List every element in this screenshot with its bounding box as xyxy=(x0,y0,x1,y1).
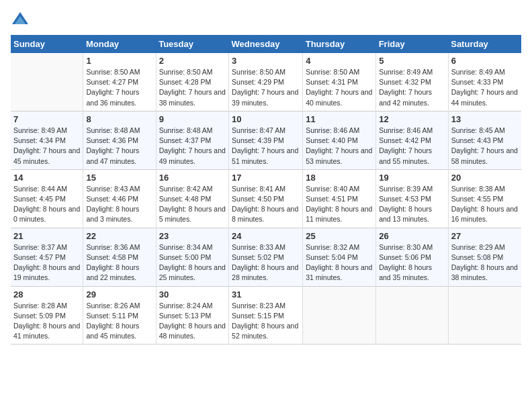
day-number: 30 xyxy=(159,289,226,300)
day-info: Sunrise: 8:24 AMSunset: 5:13 PMDaylight:… xyxy=(159,301,226,342)
calendar-cell: 8Sunrise: 8:48 AMSunset: 4:36 PMDaylight… xyxy=(83,111,156,169)
day-number: 4 xyxy=(306,56,373,66)
day-info: Sunrise: 8:23 AMSunset: 5:15 PMDaylight:… xyxy=(232,301,300,342)
day-number: 6 xyxy=(451,56,519,66)
day-number: 27 xyxy=(451,231,519,241)
calendar-cell: 10Sunrise: 8:47 AMSunset: 4:39 PMDayligh… xyxy=(229,111,303,169)
day-number: 21 xyxy=(13,231,80,241)
calendar-cell: 1Sunrise: 8:50 AMSunset: 4:27 PMDaylight… xyxy=(83,53,156,111)
day-info: Sunrise: 8:41 AMSunset: 4:50 PMDaylight:… xyxy=(232,184,300,225)
day-number: 15 xyxy=(86,173,152,183)
weekday-header-thursday: Thursday xyxy=(303,35,376,53)
calendar-week-2: 7Sunrise: 8:49 AMSunset: 4:34 PMDaylight… xyxy=(11,111,521,169)
calendar-cell: 6Sunrise: 8:49 AMSunset: 4:33 PMDaylight… xyxy=(448,53,521,111)
calendar-cell: 21Sunrise: 8:37 AMSunset: 4:57 PMDayligh… xyxy=(11,228,83,286)
calendar-cell: 14Sunrise: 8:44 AMSunset: 4:45 PMDayligh… xyxy=(11,169,83,228)
calendar-cell: 5Sunrise: 8:49 AMSunset: 4:32 PMDaylight… xyxy=(376,53,449,111)
calendar-cell: 7Sunrise: 8:49 AMSunset: 4:34 PMDaylight… xyxy=(11,111,83,169)
day-info: Sunrise: 8:46 AMSunset: 4:42 PMDaylight:… xyxy=(379,126,445,167)
day-info: Sunrise: 8:48 AMSunset: 4:37 PMDaylight:… xyxy=(159,126,226,167)
calendar-cell: 16Sunrise: 8:42 AMSunset: 4:48 PMDayligh… xyxy=(156,169,228,228)
day-number: 17 xyxy=(232,173,300,183)
day-info: Sunrise: 8:50 AMSunset: 4:29 PMDaylight:… xyxy=(232,67,300,108)
day-info: Sunrise: 8:34 AMSunset: 5:00 PMDaylight:… xyxy=(159,242,226,283)
day-info: Sunrise: 8:29 AMSunset: 5:08 PMDaylight:… xyxy=(451,242,519,283)
calendar-cell: 11Sunrise: 8:46 AMSunset: 4:40 PMDayligh… xyxy=(303,111,376,169)
day-info: Sunrise: 8:49 AMSunset: 4:33 PMDaylight:… xyxy=(451,67,519,108)
day-info: Sunrise: 8:30 AMSunset: 5:06 PMDaylight:… xyxy=(379,242,445,283)
calendar-cell: 23Sunrise: 8:34 AMSunset: 5:00 PMDayligh… xyxy=(156,228,228,286)
calendar-week-1: 1Sunrise: 8:50 AMSunset: 4:27 PMDaylight… xyxy=(11,53,521,111)
calendar-cell xyxy=(11,53,83,111)
weekday-header-row: SundayMondayTuesdayWednesdayThursdayFrid… xyxy=(11,35,521,53)
day-info: Sunrise: 8:44 AMSunset: 4:45 PMDaylight:… xyxy=(13,184,80,225)
calendar-cell: 22Sunrise: 8:36 AMSunset: 4:58 PMDayligh… xyxy=(83,228,156,286)
calendar-cell xyxy=(303,286,376,345)
weekday-header-tuesday: Tuesday xyxy=(156,35,228,53)
day-number: 1 xyxy=(86,56,152,66)
calendar-cell: 9Sunrise: 8:48 AMSunset: 4:37 PMDaylight… xyxy=(156,111,228,169)
day-number: 25 xyxy=(306,231,373,241)
day-number: 5 xyxy=(379,56,445,66)
day-number: 18 xyxy=(306,173,373,183)
day-info: Sunrise: 8:50 AMSunset: 4:28 PMDaylight:… xyxy=(159,67,226,108)
calendar-cell: 26Sunrise: 8:30 AMSunset: 5:06 PMDayligh… xyxy=(376,228,449,286)
weekday-header-friday: Friday xyxy=(376,35,449,53)
calendar-cell: 18Sunrise: 8:40 AMSunset: 4:51 PMDayligh… xyxy=(303,169,376,228)
calendar-cell: 24Sunrise: 8:33 AMSunset: 5:02 PMDayligh… xyxy=(229,228,303,286)
calendar-cell: 28Sunrise: 8:28 AMSunset: 5:09 PMDayligh… xyxy=(11,286,83,345)
calendar-cell xyxy=(376,286,449,345)
day-number: 13 xyxy=(451,114,519,124)
day-number: 3 xyxy=(232,56,300,66)
day-info: Sunrise: 8:46 AMSunset: 4:40 PMDaylight:… xyxy=(306,126,373,167)
day-info: Sunrise: 8:32 AMSunset: 5:04 PMDaylight:… xyxy=(306,242,373,283)
day-number: 2 xyxy=(159,56,226,66)
day-info: Sunrise: 8:43 AMSunset: 4:46 PMDaylight:… xyxy=(86,184,152,225)
day-number: 22 xyxy=(86,231,152,241)
day-info: Sunrise: 8:26 AMSunset: 5:11 PMDaylight:… xyxy=(86,301,152,342)
calendar-cell: 30Sunrise: 8:24 AMSunset: 5:13 PMDayligh… xyxy=(156,286,228,345)
day-info: Sunrise: 8:40 AMSunset: 4:51 PMDaylight:… xyxy=(306,184,373,225)
calendar-cell: 25Sunrise: 8:32 AMSunset: 5:04 PMDayligh… xyxy=(303,228,376,286)
day-number: 31 xyxy=(232,289,300,300)
day-info: Sunrise: 8:36 AMSunset: 4:58 PMDaylight:… xyxy=(86,242,152,283)
weekday-header-wednesday: Wednesday xyxy=(229,35,303,53)
calendar-week-3: 14Sunrise: 8:44 AMSunset: 4:45 PMDayligh… xyxy=(11,169,521,228)
calendar-cell: 27Sunrise: 8:29 AMSunset: 5:08 PMDayligh… xyxy=(448,228,521,286)
day-info: Sunrise: 8:50 AMSunset: 4:31 PMDaylight:… xyxy=(306,67,373,108)
day-info: Sunrise: 8:39 AMSunset: 4:53 PMDaylight:… xyxy=(379,184,445,225)
calendar-cell: 12Sunrise: 8:46 AMSunset: 4:42 PMDayligh… xyxy=(376,111,449,169)
day-number: 26 xyxy=(379,231,445,241)
calendar-cell: 29Sunrise: 8:26 AMSunset: 5:11 PMDayligh… xyxy=(83,286,156,345)
day-info: Sunrise: 8:45 AMSunset: 4:43 PMDaylight:… xyxy=(451,126,519,167)
header xyxy=(11,11,521,30)
calendar-cell: 17Sunrise: 8:41 AMSunset: 4:50 PMDayligh… xyxy=(229,169,303,228)
day-info: Sunrise: 8:50 AMSunset: 4:27 PMDaylight:… xyxy=(86,67,152,108)
day-number: 28 xyxy=(13,289,80,300)
calendar-table: SundayMondayTuesdayWednesdayThursdayFrid… xyxy=(11,35,521,345)
calendar-cell: 20Sunrise: 8:38 AMSunset: 4:55 PMDayligh… xyxy=(448,169,521,228)
calendar-week-4: 21Sunrise: 8:37 AMSunset: 4:57 PMDayligh… xyxy=(11,228,521,286)
day-info: Sunrise: 8:37 AMSunset: 4:57 PMDaylight:… xyxy=(13,242,80,283)
day-number: 11 xyxy=(306,114,373,124)
calendar-cell: 31Sunrise: 8:23 AMSunset: 5:15 PMDayligh… xyxy=(229,286,303,345)
day-number: 12 xyxy=(379,114,445,124)
logo xyxy=(11,11,32,30)
weekday-header-monday: Monday xyxy=(83,35,156,53)
day-number: 7 xyxy=(13,114,80,124)
day-info: Sunrise: 8:28 AMSunset: 5:09 PMDaylight:… xyxy=(13,301,80,342)
day-number: 10 xyxy=(232,114,300,124)
calendar-cell xyxy=(448,286,521,345)
day-info: Sunrise: 8:49 AMSunset: 4:34 PMDaylight:… xyxy=(13,126,80,167)
calendar-cell: 2Sunrise: 8:50 AMSunset: 4:28 PMDaylight… xyxy=(156,53,228,111)
day-number: 16 xyxy=(159,173,226,183)
calendar-cell: 15Sunrise: 8:43 AMSunset: 4:46 PMDayligh… xyxy=(83,169,156,228)
day-info: Sunrise: 8:47 AMSunset: 4:39 PMDaylight:… xyxy=(232,126,300,167)
day-number: 19 xyxy=(379,173,445,183)
calendar-cell: 3Sunrise: 8:50 AMSunset: 4:29 PMDaylight… xyxy=(229,53,303,111)
day-number: 24 xyxy=(232,231,300,241)
calendar-cell: 4Sunrise: 8:50 AMSunset: 4:31 PMDaylight… xyxy=(303,53,376,111)
day-number: 20 xyxy=(451,173,519,183)
day-info: Sunrise: 8:38 AMSunset: 4:55 PMDaylight:… xyxy=(451,184,519,225)
day-number: 23 xyxy=(159,231,226,241)
